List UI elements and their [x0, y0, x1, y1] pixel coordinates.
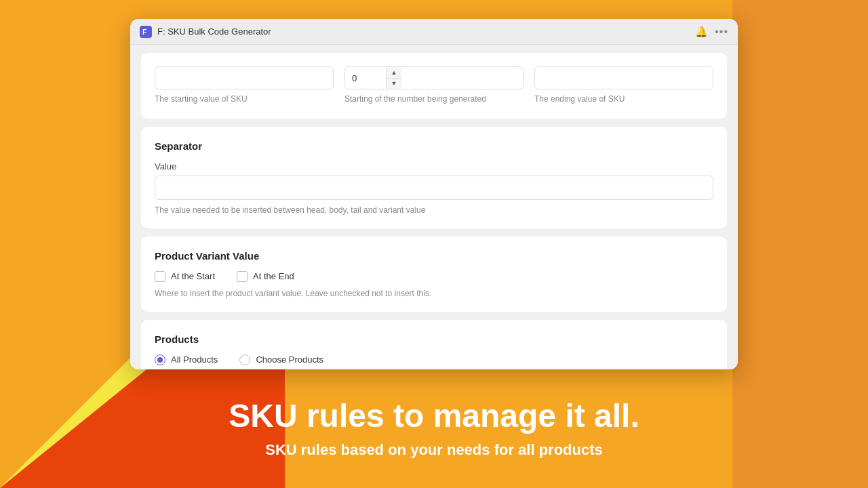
title-bar-actions: 🔔 ••• — [695, 26, 728, 38]
products-title: Products — [155, 333, 713, 345]
app-icon-svg: F — [142, 28, 150, 36]
all-products-radio[interactable] — [155, 354, 165, 365]
number-spinners: ▲ ▼ — [386, 67, 401, 89]
bottom-section: SKU rules to manage it all. SKU rules ba… — [0, 369, 868, 488]
sku-start-label: The starting value of SKU — [155, 94, 334, 105]
sku-range-card: The starting value of SKU 0 ▲ ▼ Starting… — [141, 53, 727, 119]
sku-end-label: The ending value of SKU — [534, 94, 713, 105]
app-window: F F: SKU Bulk Code Generator 🔔 ••• The s… — [130, 19, 738, 369]
headline: SKU rules to manage it all. — [229, 399, 639, 434]
all-products-option[interactable]: All Products — [155, 354, 218, 365]
variant-start-option[interactable]: At the Start — [155, 271, 215, 282]
spinner-down[interactable]: ▼ — [387, 79, 401, 89]
content-area: The starting value of SKU 0 ▲ ▼ Starting… — [130, 45, 738, 369]
subheadline: SKU rules based on your needs for all pr… — [265, 441, 603, 459]
sku-number-label: Starting of the number being generated — [344, 94, 524, 105]
sku-number-field: 0 ▲ ▼ Starting of the number being gener… — [344, 66, 524, 105]
more-options-icon[interactable]: ••• — [715, 26, 728, 38]
spinner-up[interactable]: ▲ — [387, 67, 401, 79]
variant-start-label: At the Start — [171, 271, 215, 281]
sku-end-field: The ending value of SKU — [534, 66, 713, 105]
separator-title: Separator — [155, 140, 713, 152]
product-variant-title: Product Variant Value — [155, 250, 713, 262]
variant-hint: Where to insert the product variant valu… — [155, 289, 713, 298]
svg-text:F: F — [142, 28, 146, 36]
window-title: F: SKU Bulk Code Generator — [157, 26, 695, 37]
number-input-wrapper: 0 ▲ ▼ — [344, 66, 524, 89]
variant-end-checkbox[interactable] — [237, 271, 248, 282]
separator-field-label: Value — [155, 161, 713, 171]
sku-start-field: The starting value of SKU — [155, 66, 334, 105]
products-option-group: All Products Choose Products — [155, 354, 713, 365]
products-card: Products All Products Choose Products — [141, 320, 727, 369]
sku-end-input[interactable] — [534, 66, 713, 89]
sku-number-input[interactable]: 0 — [345, 67, 386, 89]
separator-hint: The value needed to be inserted between … — [155, 205, 713, 215]
variant-end-label: At the End — [253, 271, 294, 281]
title-bar: F F: SKU Bulk Code Generator 🔔 ••• — [130, 19, 738, 45]
variant-end-option[interactable]: At the End — [237, 271, 294, 282]
app-icon: F — [140, 26, 152, 38]
product-variant-card: Product Variant Value At the Start At th… — [141, 237, 727, 312]
choose-products-radio[interactable] — [239, 354, 250, 365]
variant-option-group: At the Start At the End — [155, 271, 713, 282]
all-products-label: All Products — [171, 354, 218, 365]
variant-start-checkbox[interactable] — [155, 271, 165, 282]
separator-input[interactable] — [155, 176, 713, 200]
bell-icon[interactable]: 🔔 — [695, 26, 708, 38]
sku-start-input[interactable] — [155, 66, 334, 89]
separator-card: Separator Value The value needed to be i… — [141, 127, 727, 228]
choose-products-label: Choose Products — [256, 354, 323, 365]
choose-products-option[interactable]: Choose Products — [239, 354, 323, 365]
